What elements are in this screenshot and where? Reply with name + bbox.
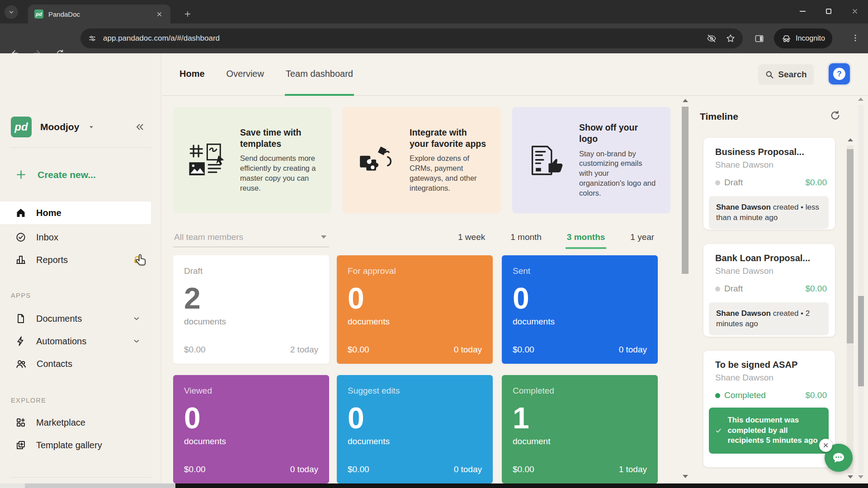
workspace-switcher[interactable]: pd Moodjoy: [11, 117, 95, 137]
tab-team-dashboard[interactable]: Team dashboard: [285, 53, 354, 96]
scroll-up-arrow[interactable]: [848, 138, 853, 141]
completed-banner: This document was completed by all recip…: [709, 408, 829, 454]
document-owner: Shane Dawson: [715, 160, 827, 170]
activity-note: Shane Dawson created • 2 minutes ago: [709, 302, 829, 335]
timeline-item-to-be-signed-asap[interactable]: To be signed ASAP Shane Dawson Completed…: [703, 351, 835, 467]
stat-card-viewed[interactable]: Viewed 0 documents $0.000 today: [173, 375, 329, 483]
sidebar-collapse-button[interactable]: [134, 121, 146, 133]
create-new-button[interactable]: Create new...: [15, 169, 96, 180]
sidebar-item-home[interactable]: Home: [0, 202, 151, 224]
explore-section-label: EXPLORE: [11, 397, 46, 404]
browser-tab-strip: pd PandaDoc: [0, 0, 868, 23]
document-title: Bank Loan Proposal...: [715, 253, 827, 263]
browser-menu-button[interactable]: [851, 33, 860, 42]
stat-today: 0 today: [454, 345, 482, 355]
promo-body: Send documents more efficiently by creat…: [240, 154, 317, 193]
stat-card-for-approval[interactable]: For approval 0 documents $0.000 today: [337, 255, 493, 364]
sidebar-item-automations[interactable]: Automations: [0, 330, 161, 352]
side-panel-button[interactable]: [754, 33, 764, 44]
tab-home[interactable]: Home: [179, 53, 206, 96]
site-settings-icon[interactable]: [88, 34, 97, 43]
eye-off-icon[interactable]: [707, 33, 717, 43]
window-close-button[interactable]: [842, 0, 868, 23]
stat-card-completed[interactable]: Completed 1 document $0.001 today: [502, 375, 658, 483]
inbox-icon: [15, 232, 26, 243]
stat-count: 0: [513, 283, 647, 313]
horizontal-scrollbar-thumb[interactable]: [25, 483, 175, 488]
search-icon: [765, 70, 774, 79]
stat-label: Draft: [184, 266, 318, 276]
close-icon: [823, 442, 829, 448]
status-badge: Completed: [724, 390, 766, 400]
sidebar-item-inbox[interactable]: Inbox: [0, 226, 161, 249]
scroll-down-arrow[interactable]: [858, 475, 863, 479]
window-scrollbar-track[interactable]: [858, 105, 864, 474]
timeline-refresh-button[interactable]: [830, 110, 841, 121]
stat-today: 0 today: [454, 465, 482, 474]
chevron-down-icon[interactable]: [132, 337, 141, 345]
question-mark-icon: ?: [833, 68, 845, 80]
new-tab-button[interactable]: [180, 6, 195, 22]
window-minimize-button[interactable]: [789, 0, 816, 23]
promo-card-templates[interactable]: Save time with templates Send documents …: [173, 107, 331, 213]
horizontal-scrollbar[interactable]: [0, 483, 868, 488]
stat-count: 0: [348, 283, 482, 313]
sidebar-item-reports[interactable]: Reports: [0, 249, 161, 271]
status-badge: Draft: [724, 178, 743, 188]
bookmark-star-icon[interactable]: [726, 33, 736, 43]
pandadoc-favicon: pd: [34, 9, 43, 19]
promo-card-integrations[interactable]: Integrate with your favorite apps Explor…: [343, 107, 501, 213]
browser-tab[interactable]: pd PandaDoc: [28, 5, 170, 23]
scroll-up-arrow[interactable]: [858, 98, 863, 101]
period-3-months[interactable]: 3 months: [566, 227, 606, 249]
period-1-month[interactable]: 1 month: [509, 227, 543, 249]
horizontal-scrollbar-corner: [0, 483, 25, 488]
stat-count: 0: [348, 403, 482, 433]
sidebar-item-label: Contacts: [37, 359, 72, 369]
status-badge: Draft: [724, 284, 743, 294]
search-button[interactable]: Search: [758, 64, 814, 85]
timeline-item-bank-loan-proposal[interactable]: Bank Loan Proposal... Shane Dawson Draft…: [703, 244, 835, 337]
timeline-item-business-proposal[interactable]: Business Proposal... Shane Dawson Draft …: [703, 138, 835, 230]
sidebar-item-documents[interactable]: Documents: [0, 307, 161, 330]
stat-label: Suggest edits: [348, 386, 482, 396]
chat-bubble-icon: [831, 450, 846, 465]
period-1-year[interactable]: 1 year: [629, 227, 656, 249]
tab-search-button[interactable]: [5, 5, 18, 19]
stat-today: 1 today: [619, 465, 647, 474]
tab-overview[interactable]: Overview: [226, 53, 265, 96]
url-text[interactable]: app.pandadoc.com/a/#/dashboard: [103, 34, 700, 43]
stat-amount: $0.00: [513, 345, 534, 355]
sidebar-item-label: Documents: [36, 314, 82, 324]
window-controls: [789, 0, 868, 23]
stat-card-suggest-edits[interactable]: Suggest edits 0 documents $0.000 today: [337, 375, 493, 483]
timeline-scrollbar-thumb[interactable]: [847, 149, 854, 343]
period-1-week[interactable]: 1 week: [457, 227, 486, 249]
scroll-down-arrow[interactable]: [683, 475, 688, 478]
sidebar-item-label: Inbox: [36, 232, 58, 243]
window-scrollbar-thumb[interactable]: [858, 296, 864, 386]
status-dot: [715, 286, 720, 291]
chat-close-button[interactable]: [819, 439, 832, 452]
chevron-down-icon[interactable]: [132, 314, 141, 323]
tab-close-icon[interactable]: [155, 9, 164, 19]
window-maximize-button[interactable]: [816, 0, 842, 23]
stat-card-sent[interactable]: Sent 0 documents $0.000 today: [502, 255, 658, 364]
promo-card-branding[interactable]: Show off your logo Stay on-brand by cust…: [512, 107, 670, 213]
help-button[interactable]: ?: [829, 63, 850, 84]
scroll-up-arrow[interactable]: [683, 99, 688, 102]
stat-card-draft[interactable]: Draft 2 documents $0.002 today: [173, 255, 329, 364]
incognito-badge: Incognito: [774, 28, 832, 48]
stat-count: 1: [513, 403, 647, 433]
team-members-select[interactable]: All team members: [173, 227, 329, 247]
integrations-puzzle-icon: [343, 144, 410, 177]
sidebar-item-contacts[interactable]: Contacts: [0, 352, 161, 375]
stat-amount: $0.00: [184, 345, 206, 355]
url-bar[interactable]: app.pandadoc.com/a/#/dashboard: [80, 28, 743, 48]
scroll-down-arrow[interactable]: [848, 475, 853, 479]
document-amount: $0.00: [805, 390, 827, 400]
main-scrollbar-thumb[interactable]: [682, 107, 689, 274]
promo-title: Integrate with your favorite apps: [410, 127, 486, 150]
sidebar-item-template-gallery[interactable]: Template gallery: [0, 434, 161, 456]
sidebar-item-marketplace[interactable]: Marketplace: [0, 411, 161, 434]
